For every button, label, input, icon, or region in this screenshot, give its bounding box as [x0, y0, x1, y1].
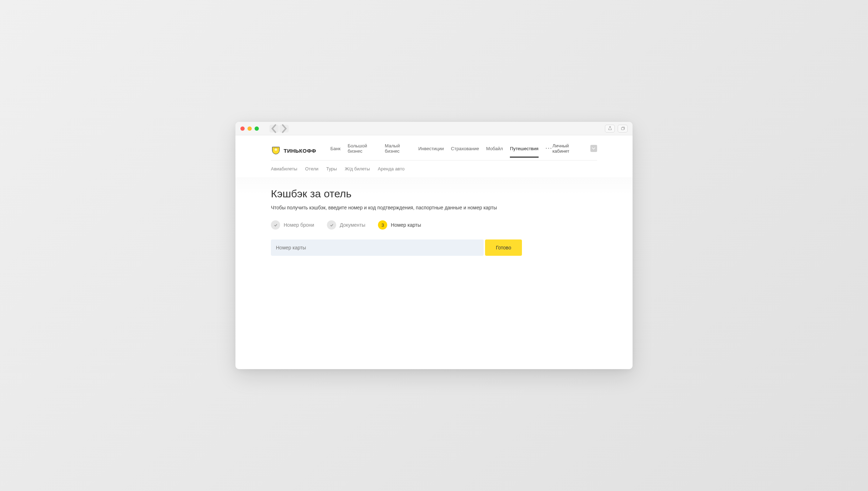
nav-back-button[interactable]: [269, 125, 279, 132]
account-link[interactable]: Личный кабинет: [552, 143, 585, 154]
nav-arrows: [269, 125, 289, 132]
subnav-rail[interactable]: Ж/д билеты: [345, 166, 370, 171]
nav-more-button[interactable]: ···: [546, 145, 552, 156]
step-card-number: 3 Номер карты: [378, 220, 421, 230]
sub-nav: Авиабилеты Отели Туры Ж/д билеты Аренда …: [235, 160, 633, 177]
tabs-button[interactable]: [618, 125, 628, 132]
nav-investments[interactable]: Инвестиции: [418, 144, 444, 158]
logo[interactable]: ТИНЬКОФФ: [271, 146, 316, 156]
nav-big-business[interactable]: Большой бизнес: [347, 141, 378, 160]
share-button[interactable]: [605, 125, 615, 132]
header: ТИНЬКОФФ Банк Большой бизнес Малый бизне…: [235, 135, 633, 160]
submit-button[interactable]: Готово: [485, 239, 522, 256]
subnav-flights[interactable]: Авиабилеты: [271, 166, 297, 171]
page-subtitle: Чтобы получить кэшбэк, введите номер и к…: [271, 205, 597, 210]
step-1-label: Номер брони: [284, 222, 314, 228]
close-window-button[interactable]: [240, 126, 245, 131]
step-2-label: Документы: [340, 222, 365, 228]
main-nav: Банк Большой бизнес Малый бизнес Инвести…: [330, 141, 552, 160]
step-3-label: Номер карты: [391, 222, 421, 228]
subnav-car-rental[interactable]: Аренда авто: [378, 166, 405, 171]
logo-crest-icon: [271, 146, 281, 156]
stepper: Номер брони Документы 3 Номер карты: [271, 220, 597, 230]
maximize-window-button[interactable]: [255, 126, 259, 131]
minimize-window-button[interactable]: [247, 126, 252, 131]
step-documents: Документы: [327, 220, 365, 230]
content: Кэшбэк за отель Чтобы получить кэшбэк, в…: [235, 177, 633, 286]
subnav-hotels[interactable]: Отели: [305, 166, 318, 171]
svg-rect-0: [621, 128, 624, 130]
browser-window: ТИНЬКОФФ Банк Большой бизнес Малый бизне…: [235, 122, 633, 369]
page-title: Кэшбэк за отель: [271, 188, 597, 200]
chevron-right-icon: [279, 124, 289, 133]
step-booking-number: Номер брони: [271, 220, 314, 230]
tabs-icon: [621, 126, 625, 131]
nav-travel[interactable]: Путешествия: [510, 144, 538, 158]
nav-mobile[interactable]: Мобайл: [486, 144, 503, 158]
nav-bank[interactable]: Банк: [330, 144, 341, 158]
toolbar-actions: [605, 125, 628, 132]
nav-small-business[interactable]: Малый бизнес: [385, 141, 411, 160]
chevron-down-icon: [591, 146, 596, 151]
card-number-input[interactable]: [271, 239, 484, 256]
nav-forward-button[interactable]: [279, 125, 289, 132]
brand-name: ТИНЬКОФФ: [284, 148, 316, 154]
subnav-tours[interactable]: Туры: [326, 166, 337, 171]
window-controls: [240, 126, 259, 131]
svg-point-1: [275, 148, 277, 151]
step-3-indicator: 3: [378, 220, 387, 230]
check-icon: [330, 223, 334, 227]
share-icon: [608, 126, 612, 131]
account-area: Личный кабинет: [552, 143, 597, 158]
browser-toolbar: [235, 122, 633, 135]
step-2-indicator: [327, 220, 336, 230]
check-icon: [274, 223, 278, 227]
nav-insurance[interactable]: Страхование: [451, 144, 479, 158]
chevron-left-icon: [269, 124, 279, 133]
page: ТИНЬКОФФ Банк Большой бизнес Малый бизне…: [235, 135, 633, 369]
notifications-button[interactable]: [590, 145, 597, 152]
step-1-indicator: [271, 220, 280, 230]
